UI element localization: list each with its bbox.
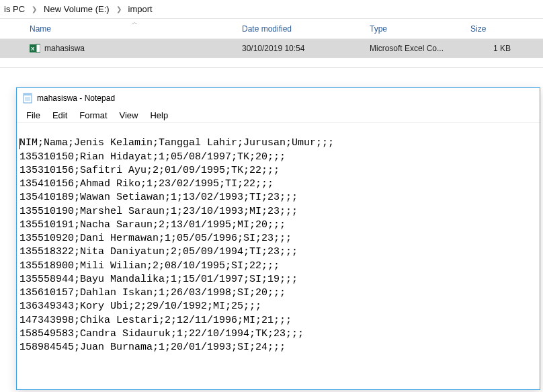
chevron-right-icon: ❯ — [28, 5, 41, 13]
column-header-label: Name — [30, 24, 51, 34]
menu-help[interactable]: Help — [144, 109, 173, 122]
file-row[interactable]: X mahasiswa 30/10/2019 10:54 Microsoft E… — [0, 39, 543, 58]
text-line: 135510920;Dani Hermawan;1;05/05/1996;SI;… — [19, 233, 292, 244]
window-title: mahasiswa - Notepad — [37, 93, 115, 103]
column-headers: Name ︿ Date modified Type Size — [0, 19, 543, 39]
text-line: 135410156;Ahmad Riko;1;23/02/1995;TI;22;… — [19, 178, 274, 190]
text-line: 135510190;Marshel Saraun;1;23/10/1993;MI… — [19, 206, 298, 217]
file-type: Microsoft Excel Co... — [370, 44, 470, 53]
text-line: 135518322;Nita Daniyatun;2;05/09/1994;TI… — [19, 246, 298, 258]
file-size: 1 KB — [470, 44, 511, 53]
text-line: 135410189;Wawan Setiawan;1;13/02/1993;TI… — [19, 192, 298, 203]
svg-text:X: X — [31, 46, 35, 52]
svg-rect-1 — [36, 44, 40, 52]
menu-file[interactable]: File — [21, 109, 46, 122]
breadcrumb-item[interactable]: import — [126, 4, 155, 14]
chevron-right-icon: ❯ — [112, 5, 126, 13]
file-name: mahasiswa — [44, 44, 85, 53]
column-header-type[interactable]: Type — [370, 24, 470, 34]
text-line: 135518900;Mili Wilian;2;08/10/1995;SI;22… — [19, 260, 280, 272]
menu-edit[interactable]: Edit — [47, 109, 73, 122]
titlebar[interactable]: mahasiswa - Notepad — [17, 88, 540, 108]
text-line: 147343998;Chika Lestari;2;12/11/1996;MI;… — [19, 315, 292, 326]
sort-ascending-icon: ︿ — [132, 18, 138, 27]
text-line: 135558944;Bayu Mandalika;1;15/01/1997;SI… — [19, 274, 298, 285]
menubar: File Edit Format View Help — [17, 108, 540, 123]
text-line: 135610157;Dahlan Iskan;1;26/03/1998;SI;2… — [19, 287, 286, 299]
svg-rect-4 — [24, 93, 32, 95]
menu-view[interactable]: View — [114, 109, 144, 122]
notepad-window: mahasiswa - Notepad File Edit Format Vie… — [16, 87, 540, 390]
breadcrumb[interactable]: is PC ❯ New Volume (E:) ❯ import — [0, 0, 543, 19]
file-date: 30/10/2019 10:54 — [242, 44, 370, 53]
column-header-date[interactable]: Date modified — [242, 24, 370, 34]
text-line: 135310150;Rian Hidayat;1;05/08/1997;TK;2… — [19, 151, 286, 163]
column-header-size[interactable]: Size — [470, 24, 511, 34]
text-line: 158984545;Juan Burnama;1;20/01/1993;SI;2… — [19, 342, 286, 353]
text-line: 135310156;Safitri Ayu;2;01/09/1995;TK;22… — [19, 165, 280, 176]
file-list: Name ︿ Date modified Type Size X mahasis… — [0, 19, 543, 67]
text-content[interactable]: NIM;Nama;Jenis Kelamin;Tanggal Lahir;Jur… — [17, 123, 540, 354]
text-line: 135510191;Nacha Saraun;2;13/01/1995;MI;2… — [19, 219, 286, 231]
text-line: 136349343;Kory Ubi;2;29/10/1992;MI;25;;; — [19, 301, 261, 312]
column-header-name[interactable]: Name ︿ — [0, 24, 242, 34]
notepad-icon — [22, 93, 33, 104]
text-line: NIM;Nama;Jenis Kelamin;Tanggal Lahir;Jur… — [19, 137, 334, 149]
breadcrumb-item[interactable]: New Volume (E:) — [41, 4, 112, 14]
text-line: 158549583;Candra Sidauruk;1;22/10/1994;T… — [19, 328, 304, 340]
excel-file-icon: X — [30, 43, 40, 54]
breadcrumb-item[interactable]: is PC — [1, 4, 28, 14]
menu-format[interactable]: Format — [74, 109, 112, 122]
file-explorer: is PC ❯ New Volume (E:) ❯ import Name ︿ … — [0, 0, 543, 68]
